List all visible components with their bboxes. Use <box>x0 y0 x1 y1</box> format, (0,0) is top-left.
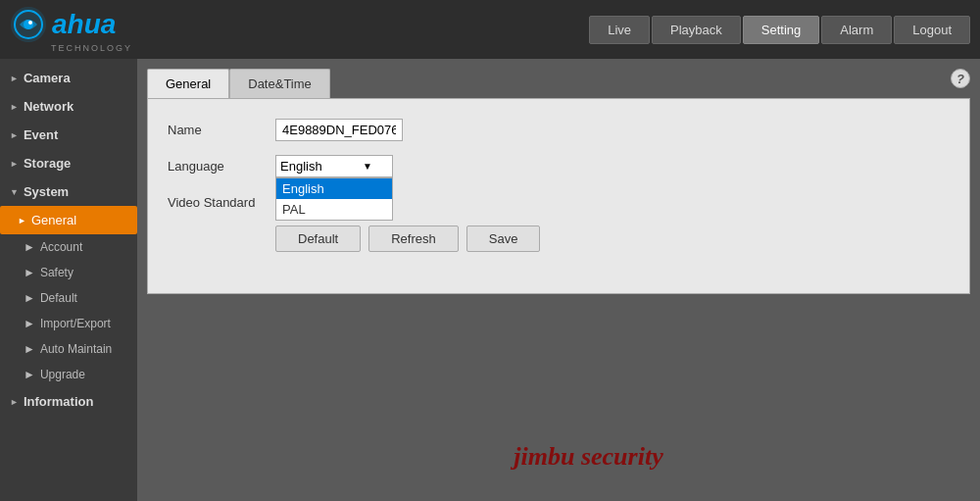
nav-buttons: Live Playback Setting Alarm Logout <box>589 16 970 44</box>
tab-general[interactable]: General <box>147 69 229 98</box>
language-field[interactable]: English ▼ <box>275 155 393 177</box>
main-content: General Date&Time Name Language English <box>137 59 980 501</box>
nav-live[interactable]: Live <box>589 16 650 44</box>
sidebar-item-upgrade[interactable]: ► Upgrade <box>0 362 137 387</box>
chevron-right-icon: ► <box>24 240 35 254</box>
save-button[interactable]: Save <box>466 225 541 252</box>
chevron-right-icon: ► <box>18 216 26 225</box>
sidebar-item-system[interactable]: ▼ System <box>0 177 137 206</box>
sidebar-item-general[interactable]: ► General <box>0 206 137 234</box>
language-label: Language <box>168 155 275 174</box>
language-option-english[interactable]: English <box>276 178 392 199</box>
button-row: Default Refresh Save <box>275 225 950 252</box>
svg-point-3 <box>28 21 32 25</box>
sidebar-item-automaintain[interactable]: ► Auto Maintain <box>0 336 137 362</box>
sidebar: ► Camera ► Network ► Event ► Storage ▼ S… <box>0 59 137 501</box>
name-label: Name <box>168 119 275 137</box>
sidebar-item-storage[interactable]: ► Storage <box>0 149 137 177</box>
language-control: English ▼ English PAL <box>275 155 950 177</box>
sidebar-item-event[interactable]: ► Event <box>0 121 137 149</box>
nav-playback[interactable]: Playback <box>652 16 741 44</box>
chevron-right-icon: ► <box>24 368 35 381</box>
content-panel: Name Language English ▼ English <box>147 98 970 294</box>
chevron-right-icon: ► <box>24 266 35 279</box>
tab-datetime[interactable]: Date&Time <box>229 69 330 98</box>
video-standard-label: Video Standard <box>168 191 275 210</box>
name-input[interactable] <box>275 119 403 141</box>
logo: ahua TECHNOLOGY <box>10 6 132 53</box>
dahua-logo-icon <box>10 6 47 43</box>
sidebar-item-information[interactable]: ► Information <box>0 387 137 416</box>
chevron-right-icon: ► <box>24 342 35 356</box>
watermark: jimbu security <box>514 442 662 472</box>
language-options: English PAL <box>275 177 393 221</box>
language-dropdown[interactable]: English ▼ English PAL <box>275 155 393 177</box>
layout: ► Camera ► Network ► Event ► Storage ▼ S… <box>0 59 980 501</box>
sidebar-item-network[interactable]: ► Network <box>0 92 137 121</box>
refresh-button[interactable]: Refresh <box>368 225 459 252</box>
chevron-right-icon: ► <box>10 397 19 407</box>
chevron-right-icon: ► <box>10 74 19 83</box>
sidebar-item-default[interactable]: ► Default <box>0 285 137 311</box>
nav-logout[interactable]: Logout <box>894 16 970 44</box>
name-control <box>275 119 950 141</box>
tabs: General Date&Time <box>147 69 970 98</box>
default-button[interactable]: Default <box>275 225 361 252</box>
chevron-down-icon: ▼ <box>363 161 372 172</box>
header: ahua TECHNOLOGY Live Playback Setting Al… <box>0 0 980 59</box>
language-option-pal[interactable]: PAL <box>276 199 392 220</box>
nav-setting[interactable]: Setting <box>743 16 819 44</box>
chevron-right-icon: ► <box>10 159 19 169</box>
sidebar-item-camera[interactable]: ► Camera <box>0 64 137 92</box>
name-row: Name <box>168 119 950 141</box>
chevron-right-icon: ► <box>24 317 35 330</box>
language-row: Language English ▼ English PAL <box>168 155 950 177</box>
logo-sub: TECHNOLOGY <box>51 43 132 53</box>
logo-text: ahua <box>52 9 116 40</box>
sidebar-item-account[interactable]: ► Account <box>0 234 137 260</box>
chevron-right-icon: ► <box>24 291 35 305</box>
help-icon[interactable]: ? <box>951 69 970 88</box>
nav-alarm[interactable]: Alarm <box>821 16 892 44</box>
sidebar-item-safety[interactable]: ► Safety <box>0 260 137 285</box>
chevron-right-icon: ► <box>10 130 19 140</box>
sidebar-item-importexport[interactable]: ► Import/Export <box>0 311 137 336</box>
chevron-down-icon: ▼ <box>10 187 19 197</box>
svg-point-2 <box>24 20 33 29</box>
chevron-right-icon: ► <box>10 102 19 112</box>
